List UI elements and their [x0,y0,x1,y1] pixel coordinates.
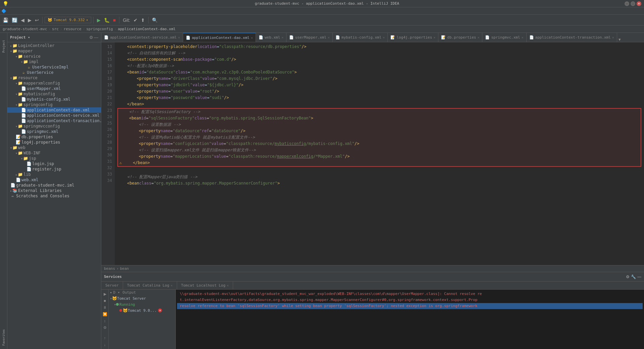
srv-tab-catalina[interactable]: Tomcat Catalina Log ✕ [123,282,177,290]
tab-close[interactable]: ✕ [281,36,283,39]
tree-db-properties[interactable]: 📝 db.properties [7,134,101,140]
stop-instance-btn[interactable]: ✕ [158,308,162,312]
srv-tree-running[interactable]: Running [109,301,175,307]
srv-tool-up[interactable]: ↑ [102,335,108,341]
srv-tool-scroll[interactable]: ↕ [102,318,108,324]
toolbar-stop[interactable]: ■ [112,17,117,23]
toolbar-push[interactable]: ⬆ [140,17,146,23]
window-controls[interactable]: ─ □ ✕ [625,1,641,6]
tree-appcontext-tx[interactable]: 📄 applicationContext-transaction.xml [7,118,101,123]
tree-appcontext-service[interactable]: 📄 applicationContext-service.xml [7,113,101,118]
tab-close[interactable]: ✕ [251,36,253,40]
tab-close[interactable]: ✕ [477,36,479,39]
tree-userservice[interactable]: ☕ UserService [7,70,101,75]
breadcrumb-part-1[interactable]: src [52,27,59,31]
tree-mapperxmlconfig[interactable]: 📁 mapperxmlconfig [7,81,101,86]
breadcrumb-part-2[interactable]: resource [64,27,82,31]
srv-tab-close[interactable]: ✕ [227,284,229,287]
srv-tool-settings[interactable]: ⚙ [102,325,108,331]
tab-webxml[interactable]: 📄 web.xml ✕ [256,33,286,42]
toolbar-check[interactable]: ✔ [132,17,139,23]
services-settings-btn[interactable]: ⚙ [626,275,630,279]
srv-tool-filter[interactable]: 🔽 [102,311,108,317]
tree-login-jsp[interactable]: 📄 login.jsp [7,161,101,166]
toolbar-git[interactable]: Git: [121,17,131,23]
tree-appcontext-dao[interactable]: 📄 applicationContext-dao.xml [7,107,101,113]
toolbar-save[interactable]: 💾 [1,17,10,23]
output-line-3-selected[interactable]: resolve reference to bean 'sqlSessionFac… [177,303,643,309]
tree-log4j[interactable]: 📝 log4j.properties [7,140,101,145]
sidebar-settings[interactable]: ⚙ [89,35,93,40]
toolbar-forward[interactable]: ▶ [26,17,33,23]
toolbar-search[interactable]: 🔍 [151,17,159,23]
srv-tree-tomcat-server[interactable]: 🐱 Tomcat Server [109,295,175,301]
toolbar-sync[interactable]: 🔄 [10,17,19,23]
tree-userserviceimpl[interactable]: ☕ UserServiceImpl [7,64,101,70]
tree-register-jsp[interactable]: 📄 register.jsp [7,166,101,172]
breadcrumb-bean[interactable]: bean [120,266,129,271]
tree-mybatis-config[interactable]: 📄 mybatis-config.xml [7,97,101,102]
tree-web[interactable]: 📁 web [7,145,101,150]
services-config-btn[interactable]: 🔧 [631,275,636,279]
tab-appcontext-service[interactable]: 📄 applicationContext-service.xml ✕ [101,33,183,42]
tab-close[interactable]: ✕ [328,36,330,39]
tree-jsp-folder[interactable]: 📁 jsp [7,156,101,161]
breadcrumb-part-0[interactable]: graduate-student-mvc [3,27,47,31]
run-config-selector[interactable]: 🐱 Tomcat 9.0.332 ▾ [45,17,91,23]
tree-springmvc[interactable]: 📄 springmvc.xml [7,129,101,134]
toolbar-run[interactable]: ▶ [96,17,102,23]
editor-content[interactable]: 13141516 17181920 21222324 25262728 2930… [101,42,644,265]
tree-scratches[interactable]: ✏ Scratches and Consoles [7,193,101,199]
srv-tool-rerun[interactable]: ▶ [102,291,108,297]
tree-springmvcconfig[interactable]: 📁 springmvcconfig [7,123,101,129]
srv-tool-stop[interactable]: ■ [102,298,108,304]
tree-mybatisconfig[interactable]: 📁 mybatisconfig [7,91,101,97]
breadcrumb-beans[interactable]: beans [104,266,115,271]
tab-close[interactable]: ✕ [178,36,180,39]
srv-tab-close[interactable]: ✕ [171,284,173,287]
tab-close[interactable]: ✕ [612,36,614,39]
srv-tool-pause[interactable]: ⏸ [102,304,108,310]
favorites-item-2[interactable]: Favorites [0,328,7,348]
srv-tab-localhost[interactable]: Tomcat Localhost Log ✕ [177,282,233,290]
tab-mybatis-config[interactable]: 📄 mybatis-config.xml ✕ [333,33,388,42]
tree-service[interactable]: 📁 service [7,54,101,59]
tab-close[interactable]: ✕ [383,36,385,39]
breadcrumb-part-4[interactable]: applicationContext-dao.xml [118,27,175,31]
toolbar-back[interactable]: ◀ [19,17,26,23]
tree-iml[interactable]: 📄 graduate-student-mvc.iml [7,183,101,188]
tree-webinf[interactable]: 📁 WEB-INF [7,150,101,156]
tree-logincontroller[interactable]: 📁 LoginController [7,43,101,48]
tab-db-properties[interactable]: 📝 db.properties ✕ [438,33,482,42]
tab-appcontext-dao[interactable]: 📄 applicationContext-dao.xml ✕ [183,33,256,42]
tree-web-xml[interactable]: 📄 web.xml [7,177,101,183]
toolbar-undo[interactable]: ↩ [34,17,40,23]
tree-external-libs[interactable]: 📚 External Libraries [7,188,101,193]
toolbar-debug[interactable]: 🐛 [103,17,111,23]
tree-mapper[interactable]: 📁 mapper [7,48,101,54]
close-button[interactable]: ✕ [637,1,641,6]
tab-usermapper[interactable]: 📄 userMapper.xml ✕ [286,33,333,42]
tab-close[interactable]: ✕ [522,36,524,39]
tree-usermapper[interactable]: 📄 userMapper.xml [7,86,101,91]
breadcrumb-part-3[interactable]: springconfig [86,27,113,31]
maximize-button[interactable]: □ [631,1,635,6]
tab-close[interactable]: ✕ [433,36,435,39]
minimize-button[interactable]: ─ [625,1,629,6]
tab-springmvc[interactable]: 📄 springmvc.xml ✕ [482,33,526,42]
tab-appcontext-tx[interactable]: 📄 applicationContext-transaction.xml ✕ [527,33,617,42]
tab-log4j[interactable]: 📝 log4j.properties ✕ [388,33,438,42]
tabs-overflow[interactable]: ▾ [617,37,622,42]
tree-lib[interactable]: 📁 lib [7,172,101,177]
services-output[interactable]: \\graduate-student-mvc\out\artifacts\gra… [176,290,644,349]
sidebar-collapse[interactable]: — [94,35,98,40]
code-editor[interactable]: <context:property-placeholder location="… [115,42,644,265]
tree-resource[interactable]: 📁 resource [7,75,101,81]
srv-tab-server[interactable]: Server [101,282,123,290]
tree-springconfig[interactable]: 📁 springconfig [7,102,101,107]
srv-tree-tomcat-instance[interactable]: 🐱 Tomcat 9.0... ✕ [109,307,175,313]
srv-tool-down[interactable]: ↓ [102,342,108,348]
favorites-item-1[interactable]: Project [0,33,7,60]
tree-impl[interactable]: 📁 impl [7,59,101,64]
services-minimize-btn[interactable]: — [637,275,641,279]
